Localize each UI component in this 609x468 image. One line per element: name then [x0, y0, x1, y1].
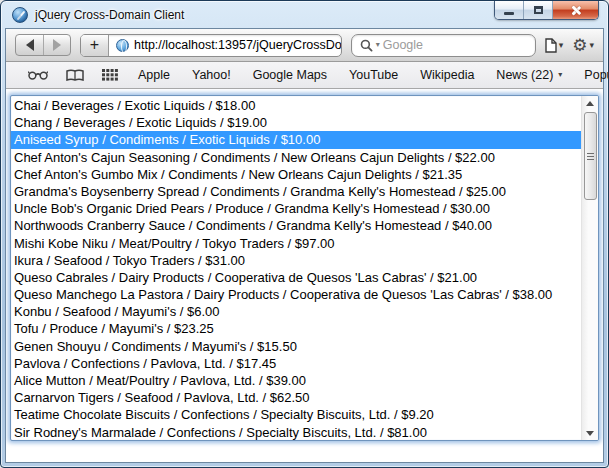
new-tab-button[interactable]: + — [81, 35, 109, 56]
list-item-text: Uncle Bob's Organic Dried Pears / Produc… — [14, 201, 490, 216]
nav-buttons — [15, 34, 71, 56]
address-bar[interactable]: http://localhost:13957/jQueryCrossDomain… — [109, 35, 341, 56]
list-item-text: Alice Mutton / Meat/Poultry / Pavlova, L… — [14, 373, 306, 388]
list-item-text: Queso Cabrales / Dairy Products / Cooper… — [14, 270, 477, 285]
list-item-text: Sir Rodney's Marmalade / Confections / S… — [14, 425, 427, 440]
list-item[interactable]: Chang / Beverages / Exotic Liquids / $19… — [11, 114, 581, 131]
bookmark-label: Popular — [584, 68, 609, 82]
minimize-button[interactable] — [495, 1, 524, 19]
list-item-text: Northwoods Cranberry Sauce / Condiments … — [14, 218, 492, 233]
back-arrow-icon — [26, 39, 34, 51]
client-area: + http://localhost:13957/jQueryCrossDoma… — [5, 28, 604, 463]
list-item-text: Chef Anton's Gumbo Mix / Condiments / Ne… — [14, 167, 462, 182]
gear-icon: ⚙ — [572, 37, 587, 54]
list-item[interactable]: Aniseed Syrup / Condiments / Exotic Liqu… — [11, 131, 581, 148]
bookmark-label: Yahoo! — [192, 68, 231, 82]
thumb-grip-icon — [587, 153, 594, 160]
bookmark-label: Wikipedia — [420, 68, 474, 82]
bookmark-label: News (22) — [496, 68, 553, 82]
list-item[interactable]: Queso Cabrales / Dairy Products / Cooper… — [11, 269, 581, 286]
list-item[interactable]: Ikura / Seafood / Tokyo Traders / $31.00 — [11, 252, 581, 269]
list-item-text: Genen Shouyu / Condiments / Mayumi's / $… — [14, 339, 297, 354]
vertical-scrollbar[interactable] — [581, 96, 598, 440]
list-item[interactable]: Carnarvon Tigers / Seafood / Pavlova, Lt… — [11, 389, 581, 406]
window-title: jQuery Cross-Domain Client — [35, 8, 184, 22]
list-item[interactable]: Sir Rodney's Marmalade / Confections / S… — [11, 424, 581, 440]
search-placeholder: Google — [383, 38, 423, 52]
bookmark-item[interactable]: YouTube — [338, 68, 409, 82]
list-item-text: Aniseed Syrup / Condiments / Exotic Liqu… — [14, 132, 320, 147]
page-content: Chai / Beverages / Exotic Liquids / $18.… — [6, 89, 603, 462]
list-item[interactable]: Chai / Beverages / Exotic Liquids / $18.… — [11, 97, 581, 114]
bookmark-item[interactable]: Apple — [127, 68, 181, 82]
url-text: http://localhost:13957/jQueryCrossDomain — [134, 38, 341, 52]
list-item-text: Pavlova / Confections / Pavlova, Ltd. / … — [14, 356, 276, 371]
list-item[interactable]: Grandma's Boysenberry Spread / Condiment… — [11, 183, 581, 200]
window-controls — [494, 1, 599, 20]
scroll-down-button[interactable] — [582, 426, 598, 440]
bookmark-label: YouTube — [349, 68, 398, 82]
bookmarks-bar: Apple Yahoo! Google Maps YouTube — [6, 62, 603, 89]
list-item-text: Teatime Chocolate Biscuits / Confections… — [14, 407, 434, 422]
list-item[interactable]: Genen Shouyu / Condiments / Mayumi's / $… — [11, 338, 581, 355]
search-icon — [360, 39, 373, 52]
arrow-down-icon — [586, 431, 594, 436]
list-item-text: Mishi Kobe Niku / Meat/Poultry / Tokyo T… — [14, 236, 335, 251]
maximize-button[interactable] — [524, 1, 553, 19]
close-button[interactable] — [553, 1, 598, 19]
browser-window: jQuery Cross-Domain Client — [0, 0, 609, 468]
bookmarks-book-icon[interactable] — [57, 69, 93, 82]
list-item[interactable]: Pavlova / Confections / Pavlova, Ltd. / … — [11, 355, 581, 372]
list-item[interactable]: Teatime Chocolate Biscuits / Confections… — [11, 406, 581, 423]
reader-glasses-icon[interactable] — [19, 70, 57, 80]
arrow-up-icon — [586, 101, 594, 106]
address-bar-group: + http://localhost:13957/jQueryCrossDoma… — [80, 34, 342, 57]
list-item-text: Tofu / Produce / Mayumi's / $23.25 — [14, 321, 214, 336]
top-sites-grid-icon[interactable] — [93, 69, 127, 81]
bookmark-list: Apple Yahoo! Google Maps YouTube — [127, 68, 609, 82]
minimize-icon — [504, 12, 514, 15]
list-item-text: Chang / Beverages / Exotic Liquids / $19… — [14, 115, 267, 130]
forward-arrow-icon — [53, 39, 61, 51]
back-button[interactable] — [16, 35, 43, 55]
list-item-text: Queso Manchego La Pastora / Dairy Produc… — [14, 287, 552, 302]
products-listbox[interactable]: Chai / Beverages / Exotic Liquids / $18.… — [10, 95, 599, 441]
bookmark-item[interactable]: News (22) ▾ — [485, 68, 573, 82]
list-item[interactable]: Queso Manchego La Pastora / Dairy Produc… — [11, 286, 581, 303]
bookmark-item[interactable]: Yahoo! — [181, 68, 242, 82]
bookmark-item[interactable]: Wikipedia — [409, 68, 485, 82]
forward-button[interactable] — [43, 35, 70, 55]
list-item-text: Chai / Beverages / Exotic Liquids / $18.… — [14, 98, 255, 113]
bookmark-item[interactable]: Google Maps — [242, 68, 338, 82]
scrollbar-thumb[interactable] — [584, 112, 597, 200]
browser-toolbar: + http://localhost:13957/jQueryCrossDoma… — [6, 29, 603, 62]
bookmark-label: Apple — [138, 68, 170, 82]
list-item[interactable]: Uncle Bob's Organic Dried Pears / Produc… — [11, 200, 581, 217]
list-item-text: Grandma's Boysenberry Spread / Condiment… — [14, 184, 506, 199]
list-item[interactable]: Chef Anton's Gumbo Mix / Condiments / Ne… — [11, 166, 581, 183]
list-item-text: Carnarvon Tigers / Seafood / Pavlova, Lt… — [14, 390, 310, 405]
list-item[interactable]: Chef Anton's Cajun Seasoning / Condiment… — [11, 149, 581, 166]
settings-menu-button[interactable]: ⚙ ▾ — [572, 37, 594, 54]
search-options-chevron-icon[interactable]: ▾ — [376, 41, 380, 49]
chevron-down-icon: ▾ — [589, 41, 594, 50]
page-icon — [545, 38, 557, 53]
bookmark-item[interactable]: Popular ▾ — [573, 68, 609, 82]
product-list: Chai / Beverages / Exotic Liquids / $18.… — [11, 96, 581, 440]
chevron-down-icon: ▾ — [559, 41, 564, 50]
close-icon — [570, 5, 581, 16]
list-item-text: Ikura / Seafood / Tokyo Traders / $31.00 — [14, 253, 245, 268]
list-item[interactable]: Alice Mutton / Meat/Poultry / Pavlova, L… — [11, 372, 581, 389]
list-item[interactable]: Northwoods Cranberry Sauce / Condiments … — [11, 217, 581, 234]
plus-icon: + — [90, 36, 99, 54]
list-item[interactable]: Tofu / Produce / Mayumi's / $23.25 — [11, 320, 581, 337]
page-menu-button[interactable]: ▾ — [545, 38, 564, 53]
list-item[interactable]: Mishi Kobe Niku / Meat/Poultry / Tokyo T… — [11, 235, 581, 252]
list-item-text: Chef Anton's Cajun Seasoning / Condiment… — [14, 150, 495, 165]
list-item[interactable]: Konbu / Seafood / Mayumi's / $6.00 — [11, 303, 581, 320]
safari-compass-icon — [12, 7, 28, 23]
search-input[interactable]: ▾ Google — [351, 34, 536, 57]
chevron-down-icon: ▾ — [558, 71, 562, 79]
scroll-up-button[interactable] — [582, 96, 598, 110]
bookmark-label: Google Maps — [253, 68, 327, 82]
